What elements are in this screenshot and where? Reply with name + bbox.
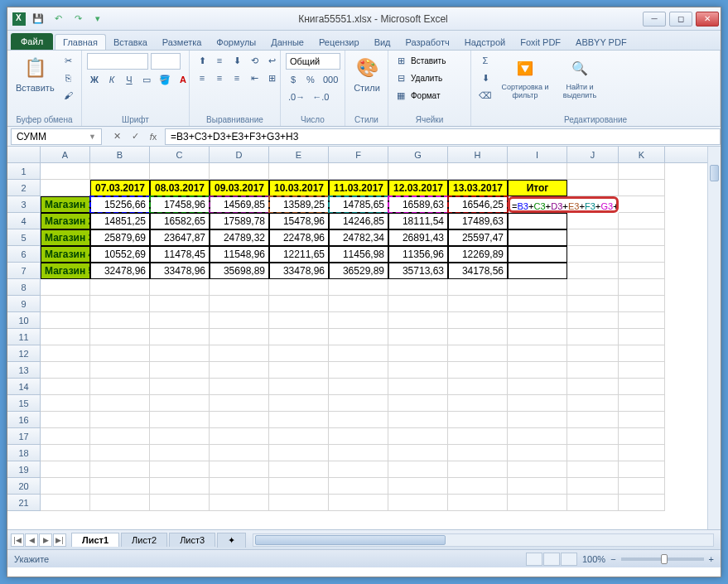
cell-B8[interactable] [90,279,150,296]
decrease-decimal-button[interactable]: ←.0 [310,89,331,104]
cell-K10[interactable] [619,312,665,329]
cell-J15[interactable] [567,395,619,412]
tab-nav-prev[interactable]: ◀ [25,533,38,547]
cell-G17[interactable] [388,428,448,445]
cell-D14[interactable] [210,379,269,395]
tab-formulas[interactable]: Формулы [209,35,263,50]
wrap-text-button[interactable]: ↩ [264,53,279,68]
cell-C9[interactable] [150,296,210,312]
cell-A10[interactable] [41,312,90,329]
cell-I7[interactable] [508,263,567,279]
row-header-13[interactable]: 13 [7,362,41,379]
cell-B9[interactable] [90,296,150,312]
cell-D21[interactable] [210,495,269,511]
cell-E10[interactable] [269,312,329,329]
row-header-2[interactable]: 2 [7,180,41,196]
row-header-10[interactable]: 10 [7,312,41,329]
cell-H15[interactable] [448,395,508,412]
decrease-indent-button[interactable]: ⇤ [247,70,262,85]
cell-F15[interactable] [329,395,388,412]
cell-C14[interactable] [150,379,210,395]
cell-B16[interactable] [90,412,150,428]
cell-G9[interactable] [388,296,448,312]
cell-H9[interactable] [448,296,508,312]
enter-formula-button[interactable]: ✓ [127,129,143,144]
row-header-5[interactable]: 5 [7,229,41,246]
row-header-9[interactable]: 9 [7,296,41,312]
cell-H10[interactable] [448,312,508,329]
cell-K20[interactable] [619,478,665,495]
cell-E6[interactable]: 12211,65 [269,246,329,263]
cell-H6[interactable]: 12269,89 [448,246,508,263]
cell-K14[interactable] [619,379,665,395]
cell-E1[interactable] [269,163,329,180]
row-header-20[interactable]: 20 [7,478,41,495]
cell-I9[interactable] [508,296,567,312]
cell-K19[interactable] [619,461,665,478]
page-break-view-button[interactable] [561,553,577,566]
column-header-J[interactable]: J [567,147,619,162]
cell-A15[interactable] [41,395,90,412]
align-right-button[interactable]: ≡ [229,70,244,85]
cell-K12[interactable] [619,345,665,362]
cell-I21[interactable] [508,495,567,511]
cell-B21[interactable] [90,495,150,511]
cell-C7[interactable]: 33478,96 [150,263,210,279]
cell-H20[interactable] [448,478,508,495]
cell-F1[interactable] [329,163,388,180]
row-header-7[interactable]: 7 [7,263,41,279]
cell-C18[interactable] [150,445,210,461]
paste-button[interactable]: 📋 Вставить [12,53,58,94]
cell-F9[interactable] [329,296,388,312]
cell-B4[interactable]: 14851,25 [90,213,150,229]
cell-D17[interactable] [210,428,269,445]
cell-J19[interactable] [567,461,619,478]
sheet-tab-1[interactable]: Лист1 [71,533,119,547]
row-header-15[interactable]: 15 [7,395,41,412]
cell-H4[interactable]: 17489,63 [448,213,508,229]
cell-J12[interactable] [567,345,619,362]
cell-K2[interactable] [619,180,665,196]
cell-D11[interactable] [210,329,269,345]
cell-D13[interactable] [210,362,269,379]
cell-H14[interactable] [448,379,508,395]
qat-redo[interactable]: ↷ [70,12,85,27]
cell-D2[interactable]: 09.03.2017 [210,180,269,196]
cell-I15[interactable] [508,395,567,412]
row-header-6[interactable]: 6 [7,246,41,263]
cell-D8[interactable] [210,279,269,296]
cell-J5[interactable] [567,229,619,246]
row-header-17[interactable]: 17 [7,428,41,445]
cell-C12[interactable] [150,345,210,362]
cell-K4[interactable] [619,213,665,229]
cell-K18[interactable] [619,445,665,461]
cell-J4[interactable] [567,213,619,229]
cell-J6[interactable] [567,246,619,263]
cell-K7[interactable] [619,263,665,279]
cell-I6[interactable] [508,246,567,263]
increase-decimal-button[interactable]: .0→ [286,89,307,104]
cell-E3[interactable]: 13589,25 [269,196,329,213]
cell-B14[interactable] [90,379,150,395]
cell-C20[interactable] [150,478,210,495]
row-header-19[interactable]: 19 [7,461,41,478]
cell-B3[interactable]: 15256,66 [90,196,150,213]
tab-data[interactable]: Данные [263,35,311,50]
new-sheet-button[interactable]: ✦ [217,533,246,548]
cell-F3[interactable]: 14785,65 [329,196,388,213]
tab-file[interactable]: Файл [11,33,53,50]
cell-C17[interactable] [150,428,210,445]
cell-H8[interactable] [448,279,508,296]
align-center-button[interactable]: ≡ [212,70,227,85]
tab-abbyy[interactable]: ABBYY PDF [568,35,634,50]
cell-B2[interactable]: 07.03.2017 [90,180,150,196]
bold-button[interactable]: Ж [87,72,102,87]
cell-D19[interactable] [210,461,269,478]
cell-H13[interactable] [448,362,508,379]
cell-J9[interactable] [567,296,619,312]
cell-E5[interactable]: 22478,96 [269,229,329,246]
cell-I10[interactable] [508,312,567,329]
cell-A21[interactable] [41,495,90,511]
align-bottom-button[interactable]: ⬇ [229,53,244,68]
cell-D18[interactable] [210,445,269,461]
